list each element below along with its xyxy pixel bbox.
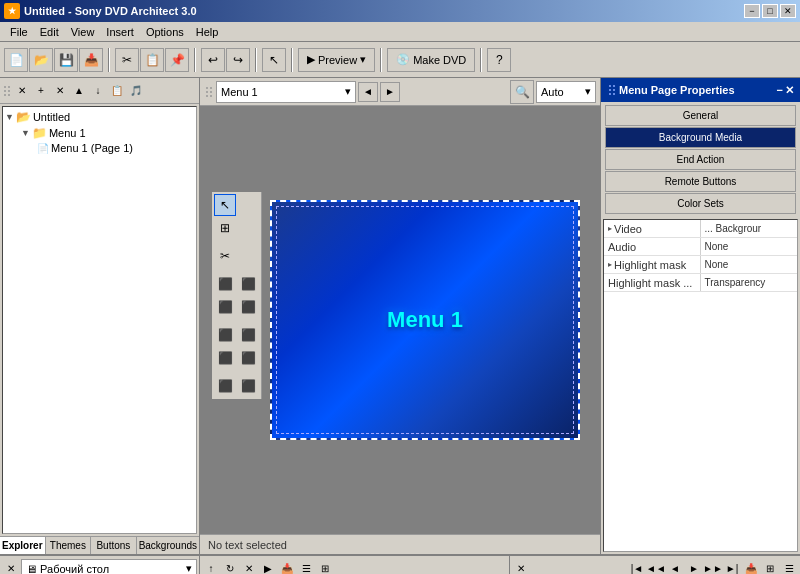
close-timeline-button[interactable]: ✕ (512, 560, 530, 575)
prop-row-hlmask[interactable]: ▸Highlight mask None (604, 256, 797, 274)
tl-btn3[interactable]: ◄ (666, 560, 684, 575)
tree-item-root-label: Untitled (33, 111, 70, 123)
menu-help[interactable]: Help (190, 24, 225, 40)
bottom-center: ↑ ↻ ✕ ▶ 📥 ☰ ⊞ 💻 Мой компьютер 🖧 Сетевое … (200, 556, 510, 574)
tl-btn2[interactable]: ◄◄ (647, 560, 665, 575)
media-button[interactable]: 🎵 (127, 82, 145, 100)
prop-row-video[interactable]: ▸Video ... Backgrour (604, 220, 797, 238)
title-bar: ★ Untitled - Sony DVD Architect 3.0 − □ … (0, 0, 800, 22)
toolbar-sep-3 (255, 48, 257, 72)
right-panel-close[interactable]: ✕ (785, 84, 794, 97)
h-size-tool[interactable]: ⬛ (214, 347, 236, 369)
remote-buttons-button[interactable]: Remote Buttons (605, 171, 796, 192)
save-button[interactable]: 💾 (54, 48, 78, 72)
preview-dropdown-icon: ▾ (360, 53, 366, 66)
delete-file-button[interactable]: ✕ (240, 560, 258, 575)
undo-button[interactable]: ↩ (201, 48, 225, 72)
prop-video-val: ... Backgrour (701, 220, 798, 237)
redo-button[interactable]: ↪ (226, 48, 250, 72)
menu-canvas[interactable]: Menu 1 (270, 200, 580, 440)
address-label: Рабочий стол (40, 563, 109, 575)
menu-insert[interactable]: Insert (100, 24, 140, 40)
close-bottom-left-button[interactable]: ✕ (2, 560, 20, 575)
tab-buttons[interactable]: Buttons (91, 537, 137, 554)
tl-btn9[interactable]: ☰ (780, 560, 798, 575)
align-top-tool[interactable]: ⬛ (214, 296, 236, 318)
move-up-button[interactable]: ▲ (70, 82, 88, 100)
menu-options[interactable]: Options (140, 24, 190, 40)
new-button[interactable]: 📄 (4, 48, 28, 72)
end-action-button[interactable]: End Action (605, 149, 796, 170)
close-panel-button[interactable]: ✕ (13, 82, 31, 100)
background-media-button[interactable]: Background Media (605, 127, 796, 148)
play-file-button[interactable]: ▶ (259, 560, 277, 575)
tab-themes[interactable]: Themes (46, 537, 92, 554)
view2-button[interactable]: ⊞ (316, 560, 334, 575)
help-button[interactable]: ? (487, 48, 511, 72)
tree-item-menu1[interactable]: ▼ 📁 Menu 1 (21, 125, 194, 141)
edit-canvas-wrap: ↖ ⊞ ✂ ⬛ ⬛ ⬛ ⬛ ⬛ ⬛ (200, 106, 600, 534)
refresh-button[interactable]: ↻ (221, 560, 239, 575)
view-button[interactable]: ☰ (297, 560, 315, 575)
align-bottom-tool[interactable]: ⬛ (237, 296, 259, 318)
scissors-tool[interactable]: ✂ (214, 245, 236, 267)
tl-btn4[interactable]: ► (685, 560, 703, 575)
prop-audio-key: Audio (608, 241, 636, 253)
zoom-out-button[interactable]: 🔍 (510, 80, 534, 104)
prop-hlmask-key: Highlight mask (614, 259, 686, 271)
nav-next-button[interactable]: ► (380, 82, 400, 102)
close-button[interactable]: ✕ (780, 4, 796, 18)
insert-file-button[interactable]: 📥 (278, 560, 296, 575)
tl-btn6[interactable]: ►| (723, 560, 741, 575)
tab-backgrounds[interactable]: Backgrounds (137, 537, 199, 554)
project-tree: ▼ 📂 Untitled ▼ 📁 Menu 1 📄 Menu 1 (Page 1… (2, 106, 197, 534)
align-right-tool[interactable]: ⬛ (237, 273, 259, 295)
move-down-button[interactable]: ↓ (89, 82, 107, 100)
prop-row-audio[interactable]: Audio None (604, 238, 797, 256)
tl-btn5[interactable]: ►► (704, 560, 722, 575)
left-panel-tabs: Explorer Themes Buttons Backgrounds (0, 536, 199, 554)
nav-v-tool[interactable]: ⬛ (237, 375, 259, 397)
tl-btn7[interactable]: 📥 (742, 560, 760, 575)
align-left-tool[interactable]: ⬛ (214, 273, 236, 295)
zoom-dropdown[interactable]: Auto ▾ (536, 81, 596, 103)
paste-button[interactable]: 📌 (165, 48, 189, 72)
general-button[interactable]: General (605, 105, 796, 126)
menu-file[interactable]: File (4, 24, 34, 40)
import-button[interactable]: 📥 (79, 48, 103, 72)
menu-edit[interactable]: Edit (34, 24, 65, 40)
tree-item-root[interactable]: ▼ 📂 Untitled (5, 109, 194, 125)
tl-btn1[interactable]: |◄ (628, 560, 646, 575)
minimize-button[interactable]: − (744, 4, 760, 18)
make-dvd-button[interactable]: 💿 Make DVD (387, 48, 475, 72)
v-distribute-tool[interactable]: ⬛ (237, 324, 259, 346)
v-size-tool[interactable]: ⬛ (237, 347, 259, 369)
cut-button[interactable]: ✂ (115, 48, 139, 72)
right-panel-min[interactable]: − (777, 84, 783, 97)
grid-tool[interactable]: ⊞ (214, 217, 236, 239)
tree-item-page1[interactable]: 📄 Menu 1 (Page 1) (37, 141, 194, 155)
copy-button[interactable]: 📋 (140, 48, 164, 72)
tab-explorer[interactable]: Explorer (0, 537, 46, 554)
properties-button[interactable]: 📋 (108, 82, 126, 100)
pointer-button[interactable]: ↖ (262, 48, 286, 72)
nav-h-tool[interactable]: ⬛ (214, 375, 236, 397)
up-folder-button[interactable]: ↑ (202, 560, 220, 575)
add-item-button[interactable]: + (32, 82, 50, 100)
maximize-button[interactable]: □ (762, 4, 778, 18)
menu-selector-dropdown[interactable]: Menu 1 ▾ (216, 81, 356, 103)
delete-item-button[interactable]: ✕ (51, 82, 69, 100)
menu-view[interactable]: View (65, 24, 101, 40)
open-button[interactable]: 📂 (29, 48, 53, 72)
window-title: Untitled - Sony DVD Architect 3.0 (24, 5, 197, 17)
preview-button[interactable]: ▶ Preview ▾ (298, 48, 375, 72)
menu-folder-icon: 📁 (32, 126, 47, 140)
select-tool[interactable]: ↖ (214, 194, 236, 216)
prop-row-hlmask2[interactable]: Highlight mask ... Transparency (604, 274, 797, 292)
address-dropdown[interactable]: 🖥 Рабочий стол ▾ (21, 559, 197, 575)
color-sets-button[interactable]: Color Sets (605, 193, 796, 214)
nav-prev-button[interactable]: ◄ (358, 82, 378, 102)
tl-btn8[interactable]: ⊞ (761, 560, 779, 575)
expand-icon-menu1: ▼ (21, 128, 30, 138)
h-distribute-tool[interactable]: ⬛ (214, 324, 236, 346)
